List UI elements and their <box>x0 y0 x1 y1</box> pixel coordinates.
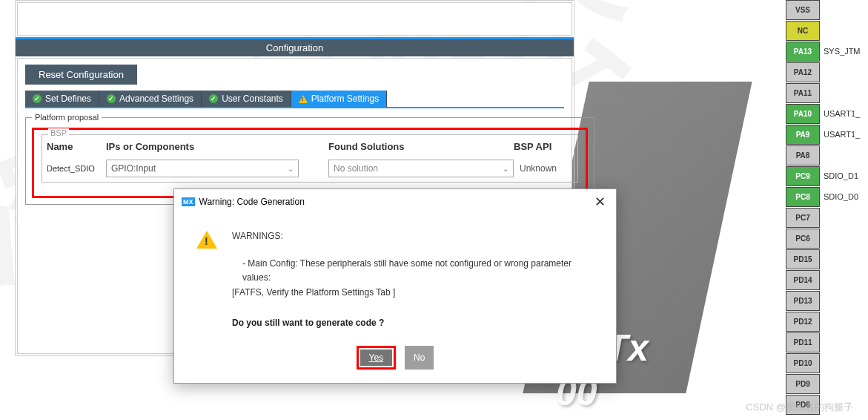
yes-highlight: Yes <box>357 346 397 370</box>
tab-label: Set Defines <box>45 93 91 104</box>
ips-dropdown[interactable]: GPIO:Input⌄ <box>106 160 299 177</box>
config-header: Configuration <box>16 37 574 56</box>
dropdown-value: No solution <box>334 163 378 174</box>
pin-PC8[interactable]: PC8 <box>786 187 820 207</box>
pin-PA10[interactable]: PA10 <box>786 104 820 124</box>
header-api: BSP API <box>514 141 573 152</box>
tab-set-defines[interactable]: ✓Set Defines <box>25 91 99 107</box>
header-ips: IPs or Components <box>106 141 328 152</box>
highlight-box: BSP Name IPs or Components Found Solutio… <box>32 128 588 198</box>
check-icon: ✓ <box>33 94 42 103</box>
check-icon: ✓ <box>107 94 116 103</box>
warning-icon <box>299 95 308 103</box>
pin-PA11[interactable]: PA11 <box>786 83 820 103</box>
pin-PA8[interactable]: PA8 <box>786 145 820 165</box>
pin-PD14[interactable]: PD14 <box>786 270 820 290</box>
pin-PA13[interactable]: PA13 <box>786 42 820 62</box>
tab-user-constants[interactable]: ✓User Constants <box>202 91 291 107</box>
pin-PD13[interactable]: PD13 <box>786 291 820 311</box>
dialog-buttons: Yes No <box>174 341 616 383</box>
pin-PD12[interactable]: PD12 <box>786 312 820 332</box>
bsp-row: Detect_SDIO GPIO:Input⌄ No solution⌄ Unk… <box>47 160 573 177</box>
pin-PD15[interactable]: PD15 <box>786 249 820 269</box>
pin-PD10[interactable]: PD10 <box>786 353 820 373</box>
dialog-body: WARNINGS: - Main Config: These periphera… <box>174 214 616 341</box>
bsp-fieldset: BSP Name IPs or Components Found Solutio… <box>42 134 578 183</box>
dialog-title: Warning: Code Generation <box>199 197 305 207</box>
warnings-heading: WARNINGS: <box>232 229 594 243</box>
pin-NC[interactable]: NC <box>786 21 820 41</box>
platform-proposal-legend: Platform proposal <box>32 113 102 122</box>
pin-column: VSSNCPA13PA12PA11PA10PA9PA8PC9PC8PC7PC6P… <box>786 0 820 415</box>
header-found: Found Solutions <box>328 141 514 152</box>
pin-PC7[interactable]: PC7 <box>786 208 820 228</box>
tab-label: Platform Settings <box>311 93 379 104</box>
dialog-text: WARNINGS: - Main Config: These periphera… <box>232 229 594 330</box>
confirm-question: Do you still want to generate code ? <box>232 316 594 330</box>
pin-PC9[interactable]: PC9 <box>786 166 820 186</box>
header-name: Name <box>47 141 106 152</box>
bsp-headers: Name IPs or Components Found Solutions B… <box>47 141 573 152</box>
chevron-down-icon: ⌄ <box>503 165 508 173</box>
top-blank <box>17 2 572 36</box>
warning-line2: [FATFS, Verify the Platform Settings Tab… <box>232 286 594 300</box>
csdn-watermark: CSDN @爱出名的狗腿子 <box>746 401 853 414</box>
reset-config-button[interactable]: Reset Configuration <box>25 65 137 85</box>
warning-line1: - Main Config: These peripherals still h… <box>232 257 594 285</box>
tab-advanced-settings[interactable]: ✓Advanced Settings <box>99 91 202 107</box>
found-dropdown[interactable]: No solution⌄ <box>328 160 514 177</box>
pin-PA9[interactable]: PA9 <box>786 125 820 145</box>
chevron-down-icon: ⌄ <box>288 165 294 173</box>
yes-button[interactable]: Yes <box>360 350 393 366</box>
pin-label-PC9: SDIO_D1 <box>824 171 858 180</box>
tab-platform-settings[interactable]: Platform Settings <box>291 91 387 107</box>
row-name: Detect_SDIO <box>47 164 106 173</box>
warning-icon <box>196 231 217 249</box>
pin-label-PA10: USART1_ <box>824 109 860 118</box>
tab-label: Advanced Settings <box>119 93 193 104</box>
tab-bar: ✓Set Defines ✓Advanced Settings ✓User Co… <box>25 91 564 108</box>
dropdown-value: GPIO:Input <box>111 163 156 174</box>
tab-label: User Constants <box>222 93 283 104</box>
bsp-legend: BSP <box>48 128 69 137</box>
no-button[interactable]: No <box>405 346 434 370</box>
mx-icon: MX <box>182 197 195 206</box>
pin-PA12[interactable]: PA12 <box>786 62 820 82</box>
check-icon: ✓ <box>209 94 218 103</box>
pin-label-PA9: USART1_ <box>824 130 860 139</box>
pin-label-PA13: SYS_JTM <box>824 47 861 56</box>
close-icon[interactable]: ✕ <box>592 194 609 210</box>
pin-PC6[interactable]: PC6 <box>786 229 820 249</box>
dialog-titlebar: MX Warning: Code Generation ✕ <box>174 189 616 214</box>
pin-PD9[interactable]: PD9 <box>786 374 820 394</box>
pin-PD11[interactable]: PD11 <box>786 332 820 352</box>
api-value: Unknown <box>514 163 573 174</box>
pin-VSS[interactable]: VSS <box>786 0 820 20</box>
warning-dialog: MX Warning: Code Generation ✕ WARNINGS: … <box>173 188 617 384</box>
pin-label-PC8: SDIO_D0 <box>824 192 858 201</box>
